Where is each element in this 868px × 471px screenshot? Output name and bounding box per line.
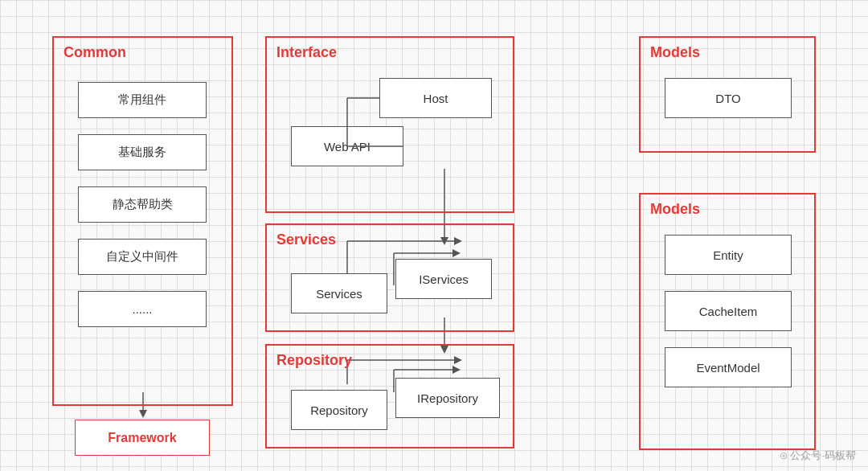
models-top-panel: Models DTO	[639, 36, 816, 153]
entity-box: Entity	[665, 235, 792, 275]
iservices-box: IServices	[395, 259, 492, 299]
interface-inner-svg	[267, 38, 516, 215]
item-jichufuwu: 基础服务	[78, 134, 207, 170]
models-top-title: Models	[650, 44, 700, 61]
dto-box: DTO	[665, 78, 792, 118]
watermark: ⊙ 公众号·码板帮	[780, 448, 856, 463]
item-zidingyizhongjianjiian: 自定义中间件	[78, 239, 207, 275]
item-jingtaibangzhulei: 静态帮助类	[78, 186, 207, 223]
interface-panel: Interface Host Web API	[265, 36, 514, 213]
services-title: Services	[276, 231, 336, 248]
item-ellipsis: ......	[78, 291, 207, 327]
diagram-content: Common 常用组件 基础服务 静态帮助类 自定义中间件 ...... Fra…	[0, 0, 868, 471]
services-panel: Services IServices Services	[265, 223, 514, 332]
item-changzhujian: 常用组件	[78, 82, 207, 118]
services-box: Services	[291, 273, 387, 313]
common-title: Common	[63, 44, 126, 61]
cacheitem-box: CacheItem	[665, 291, 792, 331]
irepository-box: IRepository	[395, 378, 500, 418]
framework-box: Framework	[75, 420, 210, 456]
common-panel: Common 常用组件 基础服务 静态帮助类 自定义中间件 ......	[52, 36, 233, 406]
svg-marker-1	[139, 410, 147, 418]
eventmodel-box: EventModel	[665, 347, 792, 387]
models-bottom-title: Models	[650, 201, 700, 218]
repository-box: Repository	[291, 390, 387, 430]
repository-panel: Repository IRepository Repository	[265, 344, 514, 448]
repository-title: Repository	[276, 352, 352, 369]
models-bottom-panel: Models Entity CacheItem EventModel	[639, 193, 816, 450]
